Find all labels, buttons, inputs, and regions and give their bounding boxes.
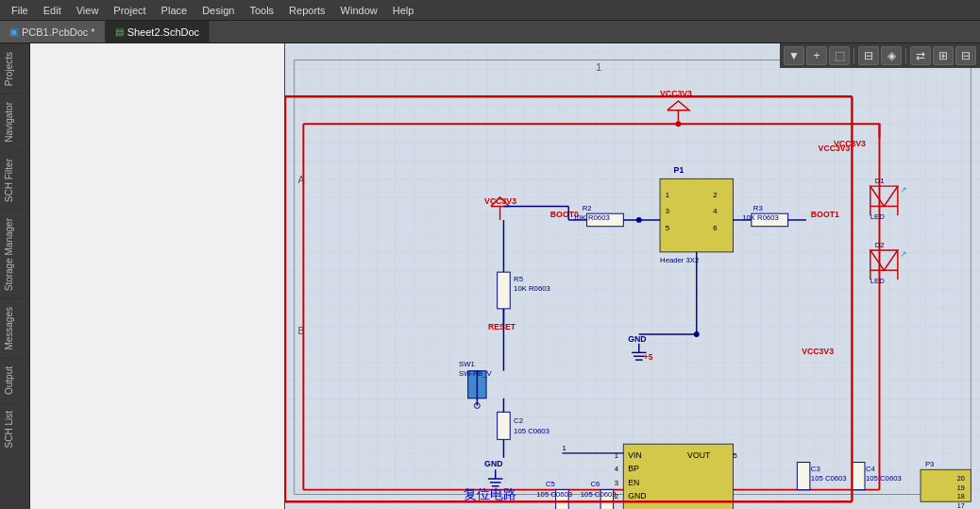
svg-text:17: 17 bbox=[957, 501, 965, 509]
svg-text:C6: C6 bbox=[590, 480, 600, 488]
svg-text:19: 19 bbox=[957, 484, 965, 492]
sch-icon: ▤ bbox=[115, 26, 124, 37]
filter-btn[interactable]: ▼ bbox=[784, 46, 804, 65]
menu-bar: File Edit View Project Place Design Tool… bbox=[0, 0, 980, 21]
svg-rect-84 bbox=[797, 463, 810, 490]
svg-text:D2: D2 bbox=[875, 241, 885, 249]
svg-text:3: 3 bbox=[615, 479, 618, 487]
sidebar-left: Projects Navigator SCH Filter Storage Ma… bbox=[0, 43, 30, 509]
svg-text:18: 18 bbox=[957, 492, 965, 501]
canvas-toolbar: ▼ + ⬚ ⊟ ◈ ⇄ ⊞ ⊟ bbox=[780, 43, 980, 68]
svg-text:BP: BP bbox=[628, 464, 639, 473]
svg-text:D1: D1 bbox=[875, 177, 885, 185]
flip-h-btn[interactable]: ⇄ bbox=[910, 46, 931, 65]
svg-text:SW-PB_V: SW-PB_V bbox=[459, 369, 493, 378]
deselect-btn[interactable]: ⊟ bbox=[858, 46, 879, 65]
svg-rect-87 bbox=[852, 463, 865, 490]
add-btn[interactable]: + bbox=[806, 46, 827, 65]
pcb-icon: ▣ bbox=[9, 26, 18, 37]
sidebar-item-sch-list[interactable]: SCH List bbox=[0, 402, 29, 455]
menu-place[interactable]: Place bbox=[154, 3, 195, 18]
svg-text:复位电路: 复位电路 bbox=[464, 487, 516, 501]
svg-text:1: 1 bbox=[615, 451, 618, 460]
svg-text:10K R0603: 10K R0603 bbox=[514, 284, 550, 293]
menu-reports[interactable]: Reports bbox=[281, 3, 333, 18]
svg-text:↗: ↗ bbox=[900, 185, 907, 195]
canvas-area[interactable]: ▼ + ⬚ ⊟ ◈ ⇄ ⊞ ⊟ bbox=[285, 43, 980, 509]
svg-text:C4: C4 bbox=[866, 465, 876, 473]
svg-text:P3: P3 bbox=[925, 460, 934, 468]
svg-text:2: 2 bbox=[713, 191, 717, 199]
svg-text:GND: GND bbox=[484, 459, 502, 468]
svg-text:A: A bbox=[298, 174, 306, 185]
svg-text:105 C0603: 105 C0603 bbox=[514, 427, 549, 435]
sidebar-item-storage[interactable]: Storage Manager bbox=[0, 210, 29, 298]
svg-text:5: 5 bbox=[666, 224, 669, 232]
svg-text:+5: +5 bbox=[644, 352, 653, 362]
svg-text:105 C0603: 105 C0603 bbox=[866, 474, 902, 483]
zoom-out-btn[interactable]: ⊟ bbox=[955, 46, 976, 65]
svg-text:LED: LED bbox=[870, 277, 885, 285]
tab-bar: ▣ PCB1.PcbDoc * ▤ Sheet2.SchDoc bbox=[0, 21, 980, 43]
svg-text:4: 4 bbox=[713, 207, 718, 215]
menu-file[interactable]: File bbox=[4, 3, 36, 18]
svg-text:↗: ↗ bbox=[900, 249, 907, 259]
tab-sch-label: Sheet2.SchDoc bbox=[127, 26, 199, 38]
menu-project[interactable]: Project bbox=[106, 3, 153, 18]
svg-text:1: 1 bbox=[666, 191, 669, 199]
svg-text:LED: LED bbox=[870, 212, 885, 221]
svg-point-106 bbox=[636, 217, 642, 223]
svg-text:6: 6 bbox=[713, 224, 717, 232]
panel-content bbox=[30, 43, 284, 509]
svg-text:SW1: SW1 bbox=[459, 360, 475, 368]
svg-text:105 C0603: 105 C0603 bbox=[811, 474, 847, 483]
tab-sch[interactable]: ▤ Sheet2.SchDoc bbox=[106, 21, 210, 42]
svg-text:C3: C3 bbox=[811, 465, 820, 473]
svg-text:105 C0603: 105 C0603 bbox=[581, 490, 617, 499]
tab-pcb[interactable]: ▣ PCB1.PcbDoc * bbox=[0, 21, 106, 42]
svg-rect-7 bbox=[660, 178, 733, 251]
toolbar-sep-1 bbox=[853, 48, 854, 63]
menu-help[interactable]: Help bbox=[385, 3, 422, 18]
panel-area bbox=[30, 43, 285, 509]
svg-point-107 bbox=[676, 121, 682, 127]
highlight-btn[interactable]: ◈ bbox=[881, 46, 902, 65]
svg-text:VCC3V3: VCC3V3 bbox=[834, 139, 866, 148]
menu-design[interactable]: Design bbox=[194, 3, 242, 18]
svg-text:VIN: VIN bbox=[628, 450, 642, 460]
sidebar-item-messages[interactable]: Messages bbox=[0, 298, 29, 358]
svg-text:R5: R5 bbox=[514, 275, 523, 283]
schematic-canvas[interactable]: 1 A B VCC3V3 P1 bbox=[285, 43, 980, 509]
tab-pcb-label: PCB1.PcbDoc * bbox=[22, 26, 95, 38]
svg-text:VOUT: VOUT bbox=[687, 450, 711, 460]
menu-edit[interactable]: Edit bbox=[36, 3, 69, 18]
svg-text:Header 3X2: Header 3X2 bbox=[660, 256, 699, 264]
sidebar-item-sch-filter[interactable]: SCH Filter bbox=[0, 150, 29, 210]
svg-text:C5: C5 bbox=[546, 480, 555, 488]
main-area: Projects Navigator SCH Filter Storage Ma… bbox=[0, 43, 980, 509]
sidebar-item-projects[interactable]: Projects bbox=[0, 43, 29, 93]
sidebar-item-navigator[interactable]: Navigator bbox=[0, 93, 29, 150]
sidebar-item-output[interactable]: Output bbox=[0, 358, 29, 402]
svg-text:R2: R2 bbox=[583, 204, 592, 212]
svg-text:BOOT1: BOOT1 bbox=[811, 210, 839, 219]
svg-text:BOOT0: BOOT0 bbox=[550, 210, 579, 219]
svg-rect-31 bbox=[498, 272, 511, 309]
svg-rect-40 bbox=[498, 412, 511, 439]
svg-text:GND: GND bbox=[628, 491, 646, 501]
menu-view[interactable]: View bbox=[69, 3, 107, 18]
svg-text:C2: C2 bbox=[514, 416, 523, 425]
svg-point-108 bbox=[694, 331, 700, 337]
svg-text:R3: R3 bbox=[753, 204, 763, 212]
svg-text:3: 3 bbox=[666, 207, 669, 215]
svg-text:1: 1 bbox=[562, 444, 566, 452]
fit-btn[interactable]: ⊞ bbox=[933, 46, 954, 65]
rect-select-btn[interactable]: ⬚ bbox=[829, 46, 850, 65]
svg-text:1: 1 bbox=[596, 61, 601, 73]
svg-text:GND: GND bbox=[628, 334, 646, 344]
menu-window[interactable]: Window bbox=[333, 3, 385, 18]
svg-text:EN: EN bbox=[628, 478, 639, 487]
svg-text:4: 4 bbox=[615, 465, 619, 473]
menu-tools[interactable]: Tools bbox=[242, 3, 281, 18]
svg-text:105 C0603: 105 C0603 bbox=[536, 490, 572, 499]
